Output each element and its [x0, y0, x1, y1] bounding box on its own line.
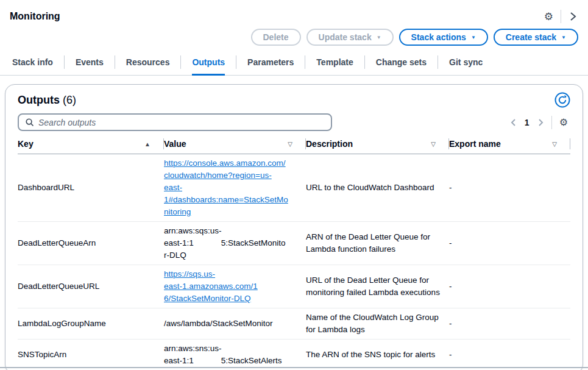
delete-button[interactable]: Delete: [251, 29, 301, 46]
tab-separator: [64, 55, 65, 69]
column-label: Key: [18, 139, 34, 149]
update-stack-button[interactable]: Update stack ▼: [306, 29, 394, 46]
previous-page-chevron-icon[interactable]: [510, 118, 517, 127]
pagination-divider: [551, 116, 552, 129]
tab-label: Change sets: [376, 57, 427, 67]
tab-change-sets[interactable]: Change sets: [376, 49, 427, 76]
pagination: 1 ⚙: [510, 116, 570, 129]
key-cell: LambdaLogGroupName: [18, 308, 164, 340]
next-page-chevron-icon[interactable]: [537, 118, 544, 127]
key-cell: SNSTopicArn: [18, 340, 164, 370]
description-cell: URL to the CloudWatch Dashboard: [306, 154, 449, 222]
outputs-title: Outputs (6): [18, 94, 76, 107]
tab-label: Parameters: [247, 57, 294, 67]
tab-events[interactable]: Events: [76, 49, 104, 76]
table-header-row: Key▲ Value▽ Description▽ Export name▽: [18, 136, 570, 154]
tab-resources[interactable]: Resources: [126, 49, 170, 76]
sortable-icon[interactable]: ▽: [288, 141, 292, 148]
export-name-cell: -: [449, 154, 570, 222]
page-header: Monitoring ⚙: [0, 0, 588, 23]
outputs-table: Key▲ Value▽ Description▽ Export name▽ Da…: [18, 136, 570, 370]
stack-actions-row: Delete Update stack ▼ Stack actions ▼ Cr…: [0, 23, 588, 46]
outputs-panel: Outputs (6) 1: [5, 84, 583, 370]
create-stack-button-label: Create stack: [506, 32, 556, 42]
column-header-description[interactable]: Description▽: [306, 136, 449, 154]
column-header-export-name[interactable]: Export name▽: [449, 136, 570, 154]
sortable-icon[interactable]: ▽: [431, 141, 436, 148]
caret-down-icon: ▼: [377, 35, 381, 40]
sortable-icon[interactable]: ▽: [552, 141, 557, 148]
key-cell: DashboardURL: [18, 154, 164, 222]
tab-git-sync[interactable]: Git sync: [449, 49, 483, 76]
description-cell: The ARN of the SNS topic for alerts: [306, 340, 449, 370]
tab-separator: [437, 55, 438, 69]
tab-label: Resources: [126, 57, 170, 67]
output-row-dead-letter-queue-url: DeadLetterQueueURL https://sqs.us- east-…: [18, 265, 570, 308]
caret-down-icon: ▼: [561, 35, 566, 40]
key-cell: DeadLetterQueueURL: [18, 265, 164, 308]
tab-label: Outputs: [192, 57, 225, 67]
update-stack-button-label: Update stack: [319, 32, 372, 42]
tab-separator: [180, 55, 181, 69]
output-row-dashboard-url: DashboardURL https://console.aws.amazon.…: [18, 154, 570, 222]
column-header-key[interactable]: Key▲: [18, 136, 164, 154]
export-name-cell: -: [449, 222, 570, 265]
search-box: [18, 113, 332, 131]
sort-ascending-icon[interactable]: ▲: [144, 141, 151, 148]
table-preferences-gear-icon[interactable]: ⚙: [559, 118, 568, 127]
value-cell: arn:aws:sns:us- east-1:1 5:StackSetAlert…: [164, 344, 282, 365]
stack-tabs: Stack info Events Resources Outputs Para…: [0, 49, 588, 76]
tab-label: Stack info: [12, 57, 53, 67]
tab-template[interactable]: Template: [316, 49, 353, 76]
description-cell: Name of the CloudWatch Log Group for Lam…: [306, 308, 449, 340]
tab-separator: [115, 55, 115, 69]
header-tools: ⚙: [544, 10, 578, 23]
create-stack-button[interactable]: Create stack ▼: [494, 29, 578, 46]
delete-button-label: Delete: [263, 32, 289, 42]
export-name-cell: -: [449, 265, 570, 308]
description-cell: ARN of the Dead Letter Queue for Lambda …: [306, 222, 449, 265]
search-input[interactable]: [38, 118, 325, 127]
tab-separator: [305, 55, 305, 69]
output-row-sns-topic-arn: SNSTopicArn arn:aws:sns:us- east-1:1 5:S…: [18, 340, 570, 370]
outputs-panel-header: Outputs (6): [18, 92, 570, 108]
header-divider: [561, 10, 561, 23]
key-cell: DeadLetterQueueArn: [18, 222, 164, 265]
value-link[interactable]: https://sqs.us- east-1.amazonaws.com/1 6…: [164, 269, 258, 303]
tab-label: Template: [316, 57, 353, 67]
export-name-cell: -: [449, 308, 570, 340]
export-name-cell: -: [449, 340, 570, 370]
value-cell: arn:aws:sqs:us- east-1:1 5:StackSetMonit…: [164, 226, 286, 260]
page-title: Monitoring: [10, 11, 60, 22]
outputs-toolbar: 1 ⚙: [18, 113, 570, 131]
tab-label: Git sync: [449, 57, 483, 67]
value-cell: /aws/lambda/StackSetMonitor: [164, 319, 273, 328]
stack-actions-button[interactable]: Stack actions ▼: [399, 29, 488, 46]
description-cell: URL of the Dead Letter Queue for monitor…: [306, 265, 449, 308]
output-row-dead-letter-queue-arn: DeadLetterQueueArn arn:aws:sqs:us- east-…: [18, 222, 570, 265]
column-label: Description: [306, 139, 353, 149]
caret-down-icon: ▼: [471, 35, 476, 40]
stack-actions-button-label: Stack actions: [411, 32, 466, 42]
output-row-lambda-log-group-name: LambdaLogGroupName /aws/lambda/StackSetM…: [18, 308, 570, 340]
value-link[interactable]: https://console.aws.amazon.com/ cloudwat…: [164, 158, 288, 216]
tab-separator: [364, 55, 365, 69]
open-side-panel-chevron-icon[interactable]: [569, 12, 577, 21]
tab-outputs[interactable]: Outputs: [192, 49, 225, 76]
page-number[interactable]: 1: [525, 118, 530, 127]
outputs-title-text: Outputs: [18, 94, 60, 106]
column-label: Export name: [449, 139, 501, 149]
column-header-value[interactable]: Value▽: [164, 136, 306, 154]
cloudformation-stack-page: Monitoring ⚙ Delete Update stack ▼ Stack…: [0, 0, 588, 370]
outputs-count: (6): [63, 94, 76, 106]
settings-gear-icon[interactable]: ⚙: [544, 12, 553, 22]
column-label: Value: [164, 139, 186, 149]
tab-parameters[interactable]: Parameters: [247, 49, 294, 76]
refresh-icon[interactable]: [554, 92, 570, 108]
page-bottom-divider: [0, 367, 588, 368]
search-icon: [25, 118, 34, 127]
tab-label: Events: [76, 57, 104, 67]
tab-stack-info[interactable]: Stack info: [12, 49, 53, 76]
tab-separator: [236, 55, 236, 69]
